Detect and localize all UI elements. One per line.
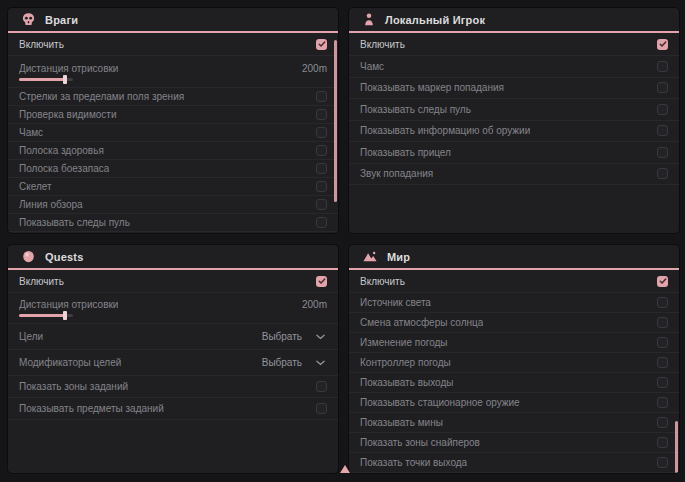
checkbox-unchecked[interactable] xyxy=(316,199,327,210)
row-label: Чамс xyxy=(19,127,43,138)
row-checkbox[interactable]: Источник света xyxy=(349,293,679,313)
checkbox-checked[interactable] xyxy=(316,39,327,50)
checkbox-unchecked[interactable] xyxy=(316,381,327,392)
checkbox-unchecked[interactable] xyxy=(657,168,668,179)
slider-thumb[interactable] xyxy=(63,311,67,320)
row-checkbox[interactable]: Полоска здоровья xyxy=(8,142,338,160)
checkbox-unchecked[interactable] xyxy=(316,403,327,414)
scrollbar-thumb[interactable] xyxy=(334,40,337,202)
checkbox-unchecked[interactable] xyxy=(316,109,327,120)
row-slider[interactable]: Дистанция отрисовки200m xyxy=(8,293,338,324)
row-label: Стрелки за пределами поля зрения xyxy=(19,91,184,102)
checkbox-unchecked[interactable] xyxy=(657,82,668,93)
checkbox-unchecked[interactable] xyxy=(657,377,668,388)
checkbox-unchecked[interactable] xyxy=(657,125,668,136)
slider-label-row: Дистанция отрисовки200m xyxy=(19,299,327,310)
row-label: Показать зоны заданий xyxy=(19,381,128,392)
row-checkbox[interactable]: Полоска боезапаса xyxy=(8,160,338,178)
slider-track[interactable] xyxy=(19,314,73,317)
checkbox-unchecked[interactable] xyxy=(657,104,668,115)
row-label: Дистанция отрисовки xyxy=(19,299,118,310)
row-checkbox[interactable]: Показывать прицел xyxy=(349,142,679,164)
row-label: Смена атмосферы солнца xyxy=(360,317,483,328)
row-checkbox[interactable]: Включить xyxy=(349,270,679,293)
row-label: Включить xyxy=(19,39,64,50)
checkbox-unchecked[interactable] xyxy=(657,357,668,368)
row-checkbox[interactable]: Включить xyxy=(8,270,338,293)
slider-track[interactable] xyxy=(19,78,73,81)
row-checkbox[interactable]: Контроллер погоды xyxy=(349,353,679,373)
chevron-down-icon xyxy=(316,360,325,366)
checkbox-unchecked[interactable] xyxy=(657,317,668,328)
checkbox-checked[interactable] xyxy=(657,39,668,50)
row-checkbox[interactable]: Показывать следы пуль xyxy=(349,99,679,121)
mountain-icon xyxy=(362,249,378,264)
checkbox-unchecked[interactable] xyxy=(657,297,668,308)
checkbox-unchecked[interactable] xyxy=(316,181,327,192)
row-label: Чамс xyxy=(360,61,384,72)
row-label: Включить xyxy=(19,276,64,287)
checkbox-unchecked[interactable] xyxy=(657,417,668,428)
checkbox-unchecked[interactable] xyxy=(657,437,668,448)
row-slider[interactable]: Дистанция отрисовки200m xyxy=(8,56,338,88)
row-checkbox[interactable]: Показывать мины xyxy=(349,413,679,433)
checkbox-unchecked[interactable] xyxy=(316,127,327,138)
panel-rows: ВключитьДистанция отрисовки200mЦелиВыбра… xyxy=(8,270,338,420)
row-label: Показывать следы пуль xyxy=(360,104,471,115)
checkbox-unchecked[interactable] xyxy=(657,61,668,72)
row-label: Показывать выходы xyxy=(360,377,453,388)
panel-enemies: ВрагиВключитьДистанция отрисовки200mСтре… xyxy=(8,8,338,233)
row-checkbox[interactable]: Показывать стационарное оружие xyxy=(349,393,679,413)
row-label: Показывать следы пуль xyxy=(19,217,130,228)
person-icon xyxy=(362,12,376,27)
row-checkbox[interactable]: Показать зоны заданий xyxy=(8,376,338,398)
row-checkbox[interactable]: Показывать следы пуль xyxy=(8,214,338,232)
panel-world: МирВключитьИсточник светаСмена атмосферы… xyxy=(349,245,679,473)
row-checkbox[interactable]: Звук попадания xyxy=(349,164,679,186)
checkbox-unchecked[interactable] xyxy=(316,91,327,102)
row-checkbox[interactable]: Показать зоны снайперов xyxy=(349,433,679,453)
checkbox-checked[interactable] xyxy=(657,276,668,287)
row-checkbox[interactable]: Показывать выходы xyxy=(349,373,679,393)
row-checkbox[interactable]: Изменение погоды xyxy=(349,333,679,353)
row-select[interactable]: ЦелиВыбрать xyxy=(8,324,338,350)
checkbox-unchecked[interactable] xyxy=(316,217,327,228)
row-label: Показывать мины xyxy=(360,417,443,428)
row-checkbox[interactable]: Чамс xyxy=(8,124,338,142)
row-checkbox[interactable]: Линия обзора xyxy=(8,196,338,214)
row-label: Показывать маркер попадания xyxy=(360,82,504,93)
checkbox-checked[interactable] xyxy=(316,276,327,287)
slider-thumb[interactable] xyxy=(63,75,67,84)
scrollbar-thumb[interactable] xyxy=(675,421,678,473)
row-select[interactable]: Модификаторы целейВыбрать xyxy=(8,350,338,376)
panel-rows: ВключитьИсточник светаСмена атмосферы со… xyxy=(349,270,679,473)
select-dropdown[interactable]: Выбрать xyxy=(262,331,327,342)
row-checkbox[interactable]: Включить xyxy=(349,33,679,56)
row-checkbox[interactable]: Включить xyxy=(8,33,338,56)
checkbox-unchecked[interactable] xyxy=(657,397,668,408)
row-checkbox[interactable]: Показывать маркер попадания xyxy=(349,78,679,100)
cursor-triangle xyxy=(340,465,350,473)
row-checkbox[interactable]: Чамс xyxy=(349,56,679,78)
row-checkbox[interactable]: Стрелки за пределами поля зрения xyxy=(8,88,338,106)
skull-icon xyxy=(21,12,36,27)
row-label: Включить xyxy=(360,39,405,50)
row-checkbox[interactable]: Показывать информацию об оружии xyxy=(349,121,679,143)
checkbox-unchecked[interactable] xyxy=(657,457,668,468)
checkbox-unchecked[interactable] xyxy=(316,163,327,174)
select-value: Выбрать xyxy=(262,357,302,368)
checkbox-unchecked[interactable] xyxy=(657,147,668,158)
row-checkbox[interactable]: Смена атмосферы солнца xyxy=(349,313,679,333)
panel-local-player: Локальный ИгрокВключитьЧамсПоказывать ма… xyxy=(349,8,679,233)
quest-icon xyxy=(21,249,36,264)
panel-title: Локальный Игрок xyxy=(385,14,485,26)
row-checkbox[interactable]: Показать точки выхода xyxy=(349,453,679,473)
panel-rows: ВключитьДистанция отрисовки200mСтрелки з… xyxy=(8,33,338,232)
row-checkbox[interactable]: Скелет xyxy=(8,178,338,196)
checkbox-unchecked[interactable] xyxy=(316,145,327,156)
checkbox-unchecked[interactable] xyxy=(657,337,668,348)
select-dropdown[interactable]: Выбрать xyxy=(262,357,327,368)
row-label: Включить xyxy=(360,276,405,287)
row-checkbox[interactable]: Показывать предметы заданий xyxy=(8,398,338,420)
row-checkbox[interactable]: Проверка видимости xyxy=(8,106,338,124)
